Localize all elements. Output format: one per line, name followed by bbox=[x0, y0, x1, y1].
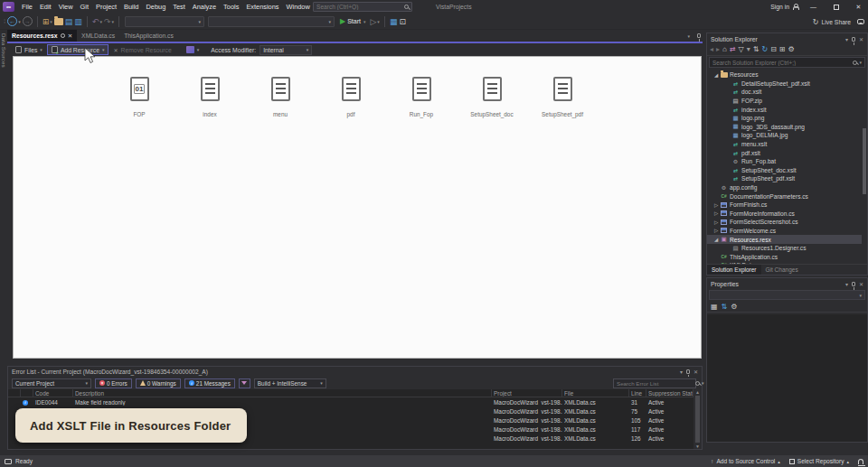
remove-resource-button[interactable]: ✕ Remove Resource bbox=[108, 45, 175, 55]
toolbar-undo[interactable]: ↶▾ bbox=[92, 16, 102, 27]
column-header[interactable]: Description bbox=[73, 389, 492, 397]
tab-xmldata-cs[interactable]: XMLData.cs bbox=[77, 30, 119, 42]
column-header[interactable] bbox=[8, 389, 21, 397]
sign-in-button[interactable]: Sign in bbox=[770, 4, 798, 10]
tree-item-formfinish-cs[interactable]: ▷FormFinish.cs bbox=[707, 201, 862, 210]
select-repository-button[interactable]: Select Repository ▴ bbox=[789, 458, 849, 464]
switch-views-icon[interactable]: ⇅ bbox=[753, 45, 760, 54]
toolbar-combo-solution-configurations[interactable]: ▾ bbox=[125, 16, 204, 27]
toolbar-command-window[interactable]: ⊡ bbox=[399, 16, 406, 27]
tree-item-menu-xslt[interactable]: ⇄menu.xslt bbox=[707, 140, 862, 149]
refresh-icon[interactable]: ↻ bbox=[761, 45, 768, 54]
tree-item-pdf-xslt[interactable]: ⇄pdf.xslt bbox=[707, 148, 862, 157]
property-pages-icon[interactable]: ⚙ bbox=[731, 303, 737, 311]
tree-item-logo-3ds-dassault-png[interactable]: ▦logo_3DS_dassault.png bbox=[707, 123, 862, 132]
pin-icon[interactable] bbox=[686, 369, 690, 374]
menu-edit[interactable]: Edit bbox=[36, 0, 55, 14]
collapse-all-icon[interactable]: ⊟ bbox=[770, 45, 777, 54]
toolbar-start-without-debugging[interactable]: ▷▾ bbox=[370, 16, 379, 27]
column-header[interactable]: File bbox=[562, 389, 629, 397]
expander-icon[interactable]: ▷ bbox=[712, 202, 720, 208]
toolbar-grip[interactable]: ⁞ bbox=[4, 17, 5, 25]
menu-tools[interactable]: Tools bbox=[220, 0, 242, 14]
minimize-button[interactable]: — bbox=[806, 0, 821, 14]
feedback-icon[interactable] bbox=[857, 19, 864, 24]
columns-filter-button[interactable] bbox=[239, 378, 250, 388]
live-share-button[interactable]: ↻ Live Share bbox=[813, 18, 851, 26]
tab-resources-resx[interactable]: Resources.resx✕ bbox=[7, 30, 77, 42]
error-row[interactable]: iIDE0044Make field readonlyMacroDocWizar… bbox=[8, 397, 693, 406]
alphabetical-icon[interactable]: ⇅ bbox=[722, 303, 728, 311]
menu-extensions[interactable]: Extensions bbox=[242, 0, 282, 14]
menu-build[interactable]: Build bbox=[120, 0, 142, 14]
back-icon[interactable]: ◂ bbox=[710, 45, 713, 54]
toolbar-redo[interactable]: ↷▾ bbox=[104, 16, 114, 27]
categorized-icon[interactable]: ▦ bbox=[711, 303, 718, 311]
error-search-box[interactable]: ▾ bbox=[613, 378, 696, 388]
errors-filter-button[interactable]: × 0 Errors bbox=[95, 378, 132, 388]
data-sources-tool-tab[interactable]: Data Sources bbox=[0, 30, 7, 455]
maximize-button[interactable] bbox=[828, 0, 844, 14]
tree-item-formselectscreenshot-cs[interactable]: ▷FormSelectScreenshot.cs bbox=[707, 218, 862, 227]
panel-menu-chevron-icon[interactable]: ▾ bbox=[845, 36, 848, 42]
tab-pin-icon[interactable] bbox=[61, 33, 65, 38]
solution-search-box[interactable]: ▾ bbox=[709, 57, 865, 68]
panel-menu-chevron-icon[interactable]: ▾ bbox=[845, 281, 848, 287]
tree-item-app-config[interactable]: ⚙app.config bbox=[707, 183, 862, 192]
tab-thisapplication-cs[interactable]: ThisApplication.cs bbox=[119, 30, 178, 42]
error-search-input[interactable] bbox=[617, 380, 695, 387]
bottom-tab-git-changes[interactable]: Git Changes bbox=[761, 265, 803, 275]
home-icon[interactable]: ⌂ bbox=[722, 45, 727, 54]
warnings-filter-button[interactable]: 0 Warnings bbox=[136, 378, 181, 388]
close-icon[interactable]: ✕ bbox=[693, 369, 698, 375]
tab-close-icon[interactable]: ✕ bbox=[68, 33, 72, 40]
menu-debug[interactable]: Debug bbox=[142, 0, 169, 14]
tree-item-logo-png[interactable]: ▦logo.png bbox=[707, 114, 862, 123]
tree-item-logo-delmia-jpg[interactable]: ▦logo_DELMIA.jpg bbox=[707, 131, 862, 140]
menu-window[interactable]: Window bbox=[283, 0, 314, 14]
tree-item-thisapplication-cs[interactable]: C#ThisApplication.cs bbox=[707, 252, 862, 261]
menu-view[interactable]: View bbox=[55, 0, 77, 14]
toolbar-save[interactable]: ▤ bbox=[65, 16, 73, 27]
tab-list-chevron-icon[interactable]: ▾ bbox=[687, 33, 690, 39]
menu-analyze[interactable]: Analyze bbox=[189, 0, 220, 14]
pin-icon[interactable] bbox=[852, 37, 855, 42]
expander-icon[interactable]: ▷ bbox=[712, 210, 720, 216]
tree-item-resources1-designer-cs[interactable]: ▤Resources1.Designer.cs bbox=[707, 244, 862, 253]
menu-git[interactable]: Git bbox=[77, 0, 92, 14]
notifications-bell-icon[interactable] bbox=[858, 459, 863, 464]
pin-icon[interactable] bbox=[852, 282, 855, 286]
column-header[interactable]: Project bbox=[492, 389, 562, 397]
build-intellisense-combo[interactable]: Build + IntelliSense▾ bbox=[254, 378, 326, 388]
toolbar-navigate-back[interactable]: ←▾ bbox=[7, 16, 21, 26]
toolbar-new-project[interactable]: ⊞▾ bbox=[42, 16, 52, 27]
resource-item-setupsheet_pdf[interactable]: SetupSheet_pdf bbox=[527, 77, 598, 117]
tree-item-run-fop-bat[interactable]: ⚙Run_Fop.bat bbox=[707, 157, 862, 166]
properties-icon[interactable]: ⚙ bbox=[788, 45, 795, 54]
quick-search-input[interactable] bbox=[316, 4, 404, 10]
files-view-dropdown[interactable]: Files ▾ bbox=[11, 44, 47, 55]
resource-item-fop[interactable]: 01FOP bbox=[104, 77, 175, 117]
column-header[interactable]: Line bbox=[629, 389, 646, 397]
tree-item-setupsheet-pdf-xslt[interactable]: ⇄SetupSheet_pdf.xslt bbox=[707, 174, 862, 183]
menu-project[interactable]: Project bbox=[92, 0, 120, 14]
column-header[interactable]: Suppression State bbox=[646, 389, 693, 397]
tree-scrollbar[interactable] bbox=[862, 70, 867, 264]
view-style-dropdown[interactable]: ▾ bbox=[182, 44, 204, 55]
tree-item-detailsetupsheet-pdf-xslt[interactable]: ⇄DetailSetupSheet_pdf.xslt bbox=[707, 79, 862, 89]
resource-item-setupsheet_doc[interactable]: SetupSheet_doc bbox=[457, 77, 527, 117]
bottom-tab-solution-explorer[interactable]: Solution Explorer bbox=[707, 265, 761, 275]
tab-pin-icon[interactable] bbox=[697, 33, 701, 38]
resource-item-pdf[interactable]: pdf bbox=[316, 77, 386, 117]
toolbar-find-in-files[interactable]: ▦ bbox=[390, 16, 398, 27]
solution-search-input[interactable] bbox=[712, 60, 853, 66]
resource-item-run_fop[interactable]: Run_Fop bbox=[386, 77, 457, 117]
column-header[interactable]: Code bbox=[33, 389, 73, 397]
tree-item-doc-xslt[interactable]: ⇄doc.xslt bbox=[707, 88, 862, 97]
tree-item-formwelcome-cs[interactable]: ▷FormWelcome.cs bbox=[707, 227, 862, 236]
forward-icon[interactable]: ▸ bbox=[716, 45, 720, 54]
toolbar-combo-solution-platforms[interactable]: ▾ bbox=[208, 16, 335, 27]
panel-menu-chevron-icon[interactable]: ▾ bbox=[680, 369, 683, 375]
tree-item-documentationparameters-cs[interactable]: C#DocumentationParameters.cs bbox=[707, 191, 862, 201]
error-list-scrollbar[interactable]: ▲▼ bbox=[693, 389, 702, 449]
